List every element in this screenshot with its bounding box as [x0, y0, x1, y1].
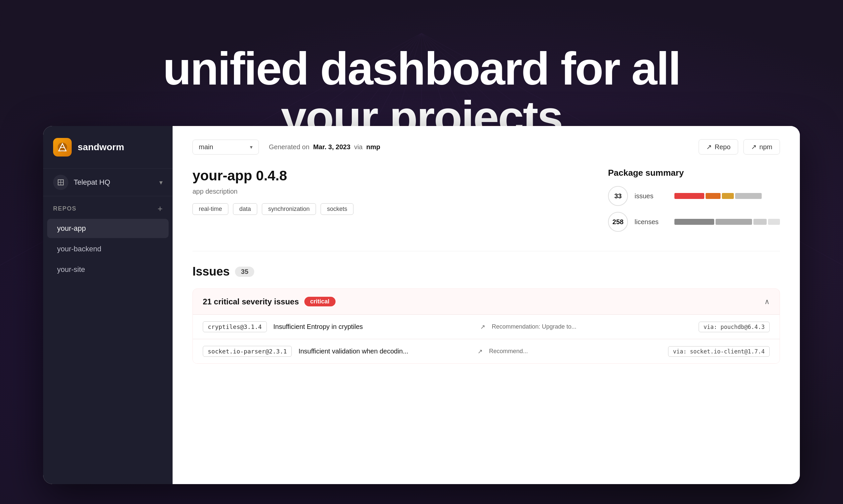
external-link-icon[interactable]: ↗: [480, 323, 485, 330]
licenses-count-badge: 258: [608, 212, 628, 232]
issues-count-badge: 33: [608, 186, 628, 206]
licenses-bar-4: [768, 219, 780, 225]
issues-bar-high: [706, 193, 721, 199]
issues-group-critical: 21 critical severity issues critical ∧ c…: [192, 288, 780, 364]
issues-group-title: 21 critical severity issues: [203, 297, 299, 306]
issue-recommendation: Recommendation: Upgrade to...: [492, 323, 692, 330]
repo-button[interactable]: ↗ Repo: [699, 139, 738, 155]
external-link-icon[interactable]: ↗: [478, 348, 483, 355]
sidebar-item-your-backend[interactable]: your-backend: [47, 239, 169, 259]
chevron-down-icon: ▾: [159, 178, 162, 186]
issues-count-badge: 35: [235, 267, 254, 277]
issues-label: issues: [635, 192, 668, 200]
npm-external-link-icon: ↗: [751, 143, 757, 151]
main-content: main ▾ Generated on Mar. 3, 2023 via nmp…: [173, 126, 800, 484]
issues-title: Issues: [192, 265, 230, 278]
branch-selector[interactable]: main ▾: [192, 140, 259, 155]
issue-via: via: socket.io-client@1.7.4: [668, 346, 770, 357]
collapse-button[interactable]: ∧: [764, 298, 770, 306]
licenses-bar: [674, 219, 780, 225]
app-info: your-app 0.4.8 app description real-time…: [192, 168, 588, 215]
issues-header: Issues 35: [192, 265, 780, 278]
issues-section: Issues 35 21 critical severity issues cr…: [192, 265, 780, 364]
tag-synchronization: synchronization: [262, 203, 316, 215]
licenses-bar-2: [716, 219, 752, 225]
top-bar-actions: ↗ Repo ↗ npm: [699, 139, 780, 155]
external-link-icon: ↗: [706, 143, 712, 151]
issues-bar-low: [735, 193, 762, 199]
logo-icon: [53, 138, 72, 157]
licenses-bar-1: [674, 219, 714, 225]
issue-package: cryptiles@3.1.4: [203, 321, 267, 332]
sidebar: sandworm Telepat HQ ▾ REPOS + your-app y…: [43, 126, 173, 484]
app-header: your-app 0.4.8 app description real-time…: [192, 168, 780, 251]
repos-label: REPOS: [53, 205, 77, 212]
app-tags: real-time data synchronization sockets: [192, 203, 588, 215]
package-summary-title: Package summary: [608, 168, 780, 178]
dashboard-card: sandworm Telepat HQ ▾ REPOS + your-app y…: [43, 126, 800, 484]
sidebar-item-your-site[interactable]: your-site: [47, 260, 169, 279]
issue-name: Insufficient Entropy in cryptiles: [274, 323, 474, 330]
generated-info: Generated on Mar. 3, 2023 via nmp: [269, 143, 689, 151]
repos-header: REPOS +: [43, 204, 173, 218]
issue-row: cryptiles@3.1.4 Insufficient Entropy in …: [193, 314, 780, 339]
issues-bar-critical: [674, 193, 704, 199]
issue-recommendation: Recommend...: [489, 348, 661, 355]
tag-data: data: [233, 203, 257, 215]
package-summary: Package summary 33 issues 258 licenses: [608, 168, 780, 238]
logo-text: sandworm: [78, 142, 124, 152]
critical-badge: critical: [304, 297, 336, 306]
add-repo-button[interactable]: +: [158, 204, 162, 213]
org-avatar: [53, 175, 68, 190]
issues-bar: [674, 193, 780, 199]
tag-realtime: real-time: [192, 203, 228, 215]
app-description: app description: [192, 188, 588, 195]
issue-package: socket.io-parser@2.3.1: [203, 346, 292, 357]
org-name: Telepat HQ: [74, 178, 154, 187]
npm-button[interactable]: ↗ npm: [743, 139, 780, 155]
app-title: your-app 0.4.8: [192, 168, 588, 184]
issue-row: socket.io-parser@2.3.1 Insufficient vali…: [193, 339, 780, 363]
tag-sockets: sockets: [321, 203, 354, 215]
org-selector[interactable]: Telepat HQ ▾: [43, 168, 173, 196]
issue-name: Insufficient validation when decodin...: [298, 347, 471, 355]
branch-chevron-icon: ▾: [250, 144, 253, 150]
licenses-bar-3: [753, 219, 767, 225]
issues-bar-medium: [722, 193, 734, 199]
issues-summary-row: 33 issues: [608, 186, 780, 206]
licenses-label: licenses: [635, 218, 668, 226]
licenses-summary-row: 258 licenses: [608, 212, 780, 232]
top-bar: main ▾ Generated on Mar. 3, 2023 via nmp…: [192, 139, 780, 155]
sidebar-item-your-app[interactable]: your-app: [47, 219, 169, 238]
issues-group-header[interactable]: 21 critical severity issues critical ∧: [193, 289, 780, 314]
issue-via: via: pouchdb@6.4.3: [699, 322, 770, 332]
sidebar-logo: sandworm: [43, 138, 173, 168]
